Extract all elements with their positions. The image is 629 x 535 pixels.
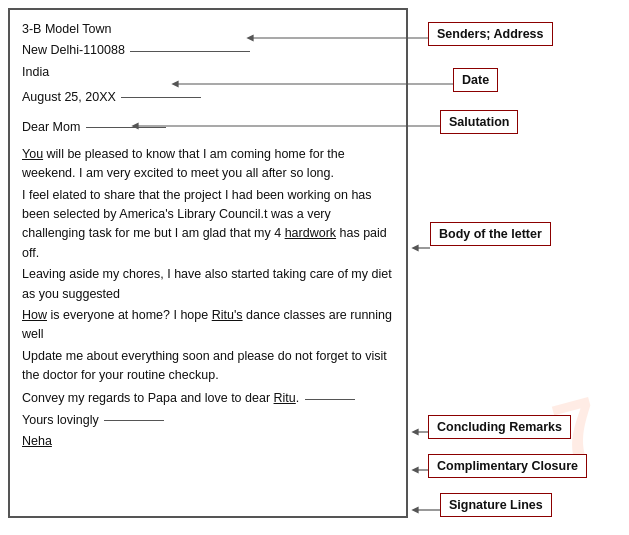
body-label: Body of the letter [430,222,551,246]
closure-text: Yours lovingly [22,413,99,427]
senders-address-label: Senders; Address [428,22,553,46]
concluding-label: Concluding Remarks [428,415,571,439]
concluding-text: Convey my regards to Papa and love to de… [22,391,299,405]
signature-block: Neha [22,432,394,451]
concluding-block: Convey my regards to Papa and love to de… [22,389,394,408]
salutation-label: Salutation [440,110,518,134]
address-line2: New Delhi-110088 [22,41,394,60]
date-text: August 25, 20XX [22,90,116,104]
closure-label: Complimentary Closure [428,454,587,478]
date-block: August 25, 20XX [22,88,394,107]
salutation-block: Dear Mom [22,118,394,137]
page: 3-B Model Town New Delhi-110088 India Au… [0,0,629,535]
salutation-text: Dear Mom [22,120,84,134]
body-block: You will be pleased to know that I am co… [22,145,394,386]
letter-content: 3-B Model Town New Delhi-110088 India Au… [22,20,394,452]
signature-label: Signature Lines [440,493,552,517]
address-block: 3-B Model Town New Delhi-110088 India [22,20,394,82]
address-line1: 3-B Model Town [22,20,394,39]
letter-box: 3-B Model Town New Delhi-110088 India Au… [8,8,408,518]
date-label: Date [453,68,498,92]
signature-text: Neha [22,434,52,448]
address-line3: India [22,63,394,82]
closure-block: Yours lovingly [22,411,394,430]
